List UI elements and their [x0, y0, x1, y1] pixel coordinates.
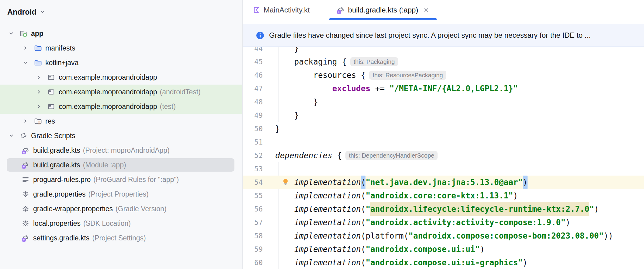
gear-icon: [22, 190, 29, 198]
code-line-49[interactable]: 49 }: [243, 109, 644, 122]
chevron-right-icon[interactable]: [35, 73, 43, 81]
kotlin-icon: [253, 6, 260, 14]
tree-item-label: com.example.moproandroidapp: [59, 103, 157, 111]
code-line-55[interactable]: 55 implementation("androidx.core:core-kt…: [243, 189, 644, 202]
project-view-mode-label[interactable]: Android: [7, 8, 36, 16]
tree-item-kotlin+java[interactable]: kotlin+java: [0, 55, 242, 70]
tree-item-settings-gradle-kts[interactable]: settings.gradle.kts(Project Settings): [0, 231, 242, 245]
code-text: }: [275, 122, 280, 135]
tree-item-label: manifests: [45, 44, 75, 52]
tree-item-label: app: [31, 30, 43, 38]
project-view-selector[interactable]: Android: [7, 7, 46, 17]
tree-item-label: proguard-rules.pro: [33, 176, 91, 184]
info-icon: [256, 31, 264, 40]
tree-item-proguard-rules-pro[interactable]: proguard-rules.pro(ProGuard Rules for ":…: [0, 172, 242, 187]
tree-item-gradle-properties[interactable]: gradle.properties(Project Properties): [0, 187, 242, 201]
line-number: 50: [243, 122, 263, 135]
code-text: }: [275, 95, 318, 109]
tree-item-manifests[interactable]: manifests: [0, 41, 242, 55]
chevron-right-icon[interactable]: [22, 44, 29, 52]
gear-icon: [22, 205, 29, 213]
tree-item-app[interactable]: app: [0, 26, 242, 41]
inlay-hint[interactable]: this: ResourcesPackaging: [369, 71, 446, 80]
code-text: implementation("androidx.lifecycle:lifec…: [275, 202, 599, 216]
code-text: implementation(platform("androidx.compos…: [275, 229, 613, 243]
line-number: 60: [243, 256, 263, 269]
tree-item-label: local.properties: [33, 219, 81, 228]
chevron-right-icon[interactable]: [22, 117, 29, 125]
editor-area: MainActivity.kt build.gradle.kts (:app) …: [243, 0, 644, 269]
code-line-51[interactable]: 51: [243, 135, 644, 149]
android-studio-window: Android appmanifestskotlin+javacom.examp…: [0, 0, 644, 269]
package-icon: [47, 103, 55, 110]
folder-res-icon: [34, 117, 42, 125]
chevron-right-icon[interactable]: [35, 103, 43, 110]
tree-item-annotation: (Project Settings): [92, 234, 146, 242]
notification-banner: Gradle files have changed since last pro…: [243, 24, 644, 47]
code-text: resources {this: ResourcesPackaging: [275, 68, 446, 82]
tree-item-label: com.example.moproandroidapp: [59, 88, 157, 96]
code-editor[interactable]: 44 }45 packaging {this: Packaging46 reso…: [243, 20, 644, 269]
tree-item-label: com.example.moproandroidapp: [59, 73, 157, 82]
tree-item-annotation: (Module :app): [83, 161, 126, 169]
tree-item-annotation: (androidTest): [160, 88, 200, 96]
code-line-45[interactable]: 45 packaging {this: Packaging: [243, 55, 644, 68]
active-tab-underline: [329, 18, 437, 20]
code-line-48[interactable]: 48 }: [243, 95, 644, 109]
banner-text: Gradle files have changed since last pro…: [269, 31, 591, 40]
code-line-47[interactable]: 47 excludes += "/META-INF/{AL2.0,LGPL2.1…: [243, 82, 644, 95]
tree-item-local-properties[interactable]: local.properties(SDK Location): [0, 216, 242, 231]
code-text: excludes += "/META-INF/{AL2.0,LGPL2.1}": [275, 82, 518, 95]
chevron-down-icon[interactable]: [22, 59, 29, 67]
code-text: implementation("androidx.activity:activi…: [275, 216, 570, 229]
tree-item-com-example-moproandroidapp[interactable]: com.example.moproandroidapp(androidTest): [0, 85, 242, 99]
line-number: 52: [243, 149, 263, 162]
proguard-icon: [22, 176, 29, 183]
tree-item-res[interactable]: res: [0, 114, 242, 128]
tree-item-gradle-scripts[interactable]: Gradle Scripts: [0, 128, 242, 143]
code-text: implementation("androidx.core:core-ktx:1…: [275, 189, 518, 202]
tree-item-annotation: (ProGuard Rules for ":app"): [93, 176, 179, 184]
chevron-down-icon[interactable]: [7, 132, 15, 140]
editor-tab-mainactivity.kt[interactable]: MainActivity.kt: [246, 0, 317, 20]
code-line-50[interactable]: 50}: [243, 122, 644, 135]
tree-item-label: res: [45, 117, 55, 125]
gradle-kts-icon: [22, 161, 29, 169]
editor-tab-build.gradle.kts-app-[interactable]: build.gradle.kts (:app): [329, 0, 437, 20]
code-line-54[interactable]: 54 implementation("net.java.dev.jna:jna:…: [243, 176, 644, 189]
close-icon[interactable]: [423, 7, 429, 13]
tree-item-annotation: (SDK Location): [83, 219, 131, 228]
code-line-58[interactable]: 58 implementation(platform("androidx.com…: [243, 229, 644, 243]
gradle-icon: [19, 132, 27, 140]
line-number: 49: [243, 109, 263, 122]
chevron-down-icon[interactable]: [7, 30, 15, 37]
tree-item-com-example-moproandroidapp[interactable]: com.example.moproandroidapp(test): [0, 99, 242, 114]
code-line-57[interactable]: 57 implementation("androidx.activity:act…: [243, 216, 644, 229]
code-text: }: [275, 109, 299, 122]
code-line-59[interactable]: 59 implementation("androidx.compose.ui:u…: [243, 243, 644, 256]
folder-blue-icon: [34, 44, 42, 52]
inlay-hint[interactable]: this: Packaging: [350, 57, 398, 66]
tree-item-build-gradle-kts[interactable]: build.gradle.kts(Project: moproAndroidAp…: [0, 143, 242, 158]
inlay-hint[interactable]: this: DependencyHandlerScope: [345, 151, 438, 160]
code-text: implementation("androidx.compose.ui:ui-g…: [275, 256, 528, 269]
code-line-53[interactable]: 53: [243, 162, 644, 176]
line-number: 55: [243, 189, 263, 202]
chevron-right-icon[interactable]: [35, 88, 43, 96]
line-number: 54: [243, 176, 263, 189]
folder-blue-icon: [34, 59, 42, 67]
tree-item-annotation: (test): [160, 103, 175, 111]
code-line-56[interactable]: 56 implementation("androidx.lifecycle:li…: [243, 202, 644, 216]
code-line-46[interactable]: 46 resources {this: ResourcesPackaging: [243, 68, 644, 82]
tree-item-gradle-wrapper-properties[interactable]: gradle-wrapper.properties(Gradle Version…: [0, 201, 242, 216]
tree-item-label: gradle.properties: [33, 190, 86, 198]
code-line-60[interactable]: 60 implementation("androidx.compose.ui:u…: [243, 256, 644, 269]
code-text: implementation("androidx.compose.ui:ui"): [275, 243, 485, 256]
tree-item-build-gradle-kts[interactable]: build.gradle.kts(Module :app): [0, 158, 242, 172]
gradle-kts-icon: [22, 234, 29, 242]
tree-item-com-example-moproandroidapp[interactable]: com.example.moproandroidapp: [0, 70, 242, 85]
tree-item-label: kotlin+java: [45, 59, 78, 67]
chevron-down-icon[interactable]: [40, 9, 46, 15]
line-number: 53: [243, 162, 263, 176]
code-line-52[interactable]: 52dependencies {this: DependencyHandlerS…: [243, 149, 644, 162]
